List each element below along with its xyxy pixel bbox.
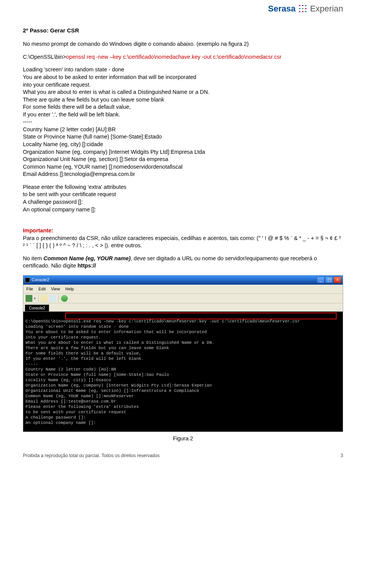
menu-help[interactable]: Help <box>65 286 74 292</box>
output-line: You are about to be asked to enter infor… <box>23 74 343 81</box>
titlebar: Console2 _ ▢ × <box>23 275 343 285</box>
output-line: Email Address []:tecnologia@empresa.com.… <box>23 171 343 178</box>
logo-text-experian: Experian <box>310 3 343 14</box>
intro-text: No mesmo prompt de comando do Windows di… <box>23 40 343 48</box>
window-buttons: _ ▢ × <box>317 277 341 283</box>
command-prefix: C:\OpenSSL\bin> <box>23 54 66 60</box>
logo-text-serasa: Serasa <box>268 3 295 14</box>
output-line: Loading 'screen' into random state - don… <box>23 66 343 74</box>
figure-caption: Figura 2 <box>23 435 343 443</box>
terminal-output[interactable]: C:\OpenSSL\bin>openssl.exe req -new -key… <box>23 312 343 432</box>
common-name-emphasis: Common Name (eg, YOUR name) <box>43 255 131 261</box>
menu-file[interactable]: File <box>26 286 33 292</box>
output-line: Organization Name (eg, company) [Interne… <box>23 148 343 156</box>
terminal-tab[interactable]: Console2 <box>25 304 49 312</box>
output-line: For some fields there will be a default … <box>23 103 343 111</box>
window-title: Console2 <box>32 277 49 283</box>
console-window: Console2 _ ▢ × File Edit View Help ▾ Con… <box>23 275 343 432</box>
openssl-output: Loading 'screen' into random state - don… <box>23 66 343 178</box>
output-line: into your certificate request. <box>23 81 343 89</box>
important-paragraph-1: Para o preenchimento da CSR, não utilize… <box>23 235 343 250</box>
output-line: If you enter '.', the field will be left… <box>23 111 343 119</box>
svg-rect-0 <box>25 278 30 282</box>
brand-logo: Serasa Experian <box>268 3 343 14</box>
output-line: Common Name (eg, YOUR name) []:nomedoser… <box>23 163 343 171</box>
output-line: What you are about to enter is what is c… <box>23 89 343 96</box>
tab-strip: Console2 <box>23 303 343 312</box>
page-footer: Proibida a reprodução total ou parcial. … <box>23 449 343 459</box>
app-icon <box>25 277 30 283</box>
refresh-icon[interactable] <box>61 295 68 302</box>
extra-line: to be sent with your certificate request <box>23 191 343 198</box>
step-title: 2º Passo: Gerar CSR <box>23 27 343 34</box>
menu-edit[interactable]: Edit <box>39 286 46 292</box>
command-body: openssl req -new –key c:\certificado\nom… <box>66 54 281 60</box>
logo-dots-icon <box>298 4 308 14</box>
extra-line: An optional company name []: <box>23 206 343 214</box>
extra-title: Please enter the following 'extra' attri… <box>23 184 343 191</box>
menu-view[interactable]: View <box>51 286 60 292</box>
footer-text: Proibida a reprodução total ou parcial. … <box>23 453 160 459</box>
output-line: Country Name (2 letter code) [AU]:BR <box>23 126 343 134</box>
page-number: 3 <box>340 453 343 459</box>
command-line: C:\OpenSSL\bin>openssl req -new –key c:\… <box>23 53 343 61</box>
minimize-button[interactable]: _ <box>317 277 324 283</box>
output-line: State or Province Name (full name) [Some… <box>23 133 343 141</box>
output-line: There are quite a few fields but you can… <box>23 96 343 104</box>
menubar: File Edit View Help <box>23 285 343 294</box>
copy-icon[interactable] <box>41 295 48 302</box>
paste-icon[interactable] <box>49 295 56 302</box>
output-line: Locality Name (eg, city) []:cidade <box>23 141 343 148</box>
https-emphasis: https:// <box>77 263 96 269</box>
close-button[interactable]: × <box>334 277 341 283</box>
important-paragraph-2: No item Common Name (eg, YOUR name), dev… <box>23 255 343 270</box>
output-line: Organizational Unit Name (eg, section) [… <box>23 156 343 163</box>
toolbar: ▾ <box>23 294 343 303</box>
maximize-button[interactable]: ▢ <box>325 277 333 283</box>
extra-attrs-block: Please enter the following 'extra' attri… <box>23 184 343 213</box>
output-line: ----- <box>23 118 343 126</box>
extra-line: A challenge password []: <box>23 198 343 206</box>
important-heading: Importante: <box>23 227 343 235</box>
new-tab-icon[interactable] <box>26 295 32 302</box>
dropdown-icon[interactable]: ▾ <box>34 296 36 301</box>
